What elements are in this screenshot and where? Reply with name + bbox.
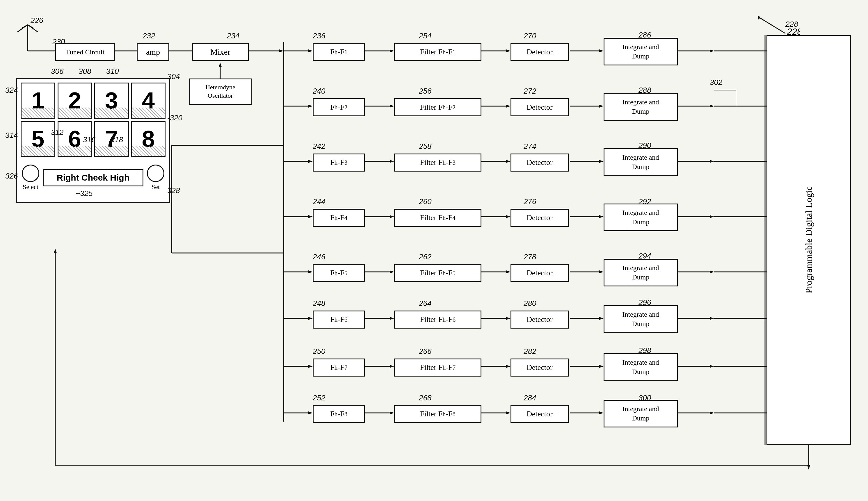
svg-marker-67 xyxy=(390,317,394,320)
svg-marker-69 xyxy=(506,317,510,320)
svg-marker-63 xyxy=(710,270,714,273)
ch7-filter-in: Fh-F7 xyxy=(313,359,365,376)
key-2[interactable]: 2 xyxy=(57,83,92,119)
svg-marker-25 xyxy=(308,105,313,108)
ch4-filter: Filter Fh-F4 xyxy=(394,209,481,227)
svg-marker-41 xyxy=(599,160,604,163)
ch8-integrate: Integrate andDump xyxy=(604,400,678,427)
svg-marker-43 xyxy=(710,160,714,163)
ch4-detector: Detector xyxy=(510,209,569,227)
svg-marker-104 xyxy=(219,63,222,67)
svg-marker-35 xyxy=(308,160,313,163)
svg-marker-79 xyxy=(506,365,510,368)
svg-marker-53 xyxy=(710,215,714,218)
ref-304: 304 xyxy=(167,72,180,81)
key-1[interactable]: 1 xyxy=(21,83,55,119)
svg-line-1 xyxy=(18,25,28,32)
diagram: 226 Tuned Circuit 230 amp 232 Mixer 234 … xyxy=(0,0,868,501)
svg-marker-57 xyxy=(390,270,394,273)
svg-marker-33 xyxy=(710,105,714,108)
ch3-filter: Filter Fh-F3 xyxy=(394,153,481,172)
ch1-detector: Detector xyxy=(510,43,569,61)
svg-marker-19 xyxy=(506,50,510,52)
antenna-ref: 226 xyxy=(31,16,43,25)
key-4[interactable]: 4 xyxy=(131,83,166,119)
ch6-integrate: Integrate andDump xyxy=(604,305,678,333)
svg-marker-47 xyxy=(390,215,394,218)
svg-marker-15 xyxy=(308,50,313,52)
het-osc-block: HeterodyneOscillator xyxy=(189,78,252,105)
ref-328: 328 xyxy=(167,186,180,195)
ch3-detector: Detector xyxy=(510,153,569,172)
svg-marker-91 xyxy=(599,412,604,414)
svg-marker-87 xyxy=(390,412,394,414)
svg-line-2 xyxy=(28,25,38,32)
ch6-detector: Detector xyxy=(510,311,569,329)
ref-314: 314 xyxy=(5,131,18,140)
svg-marker-111 xyxy=(807,465,810,470)
select-label: Select xyxy=(23,183,39,191)
ch2-detector: Detector xyxy=(510,98,569,116)
ch8-filter: Filter Fh-F8 xyxy=(394,405,481,423)
svg-line-4 xyxy=(28,25,33,28)
tuned-circuit-ref: 230 xyxy=(52,37,65,46)
ch4-integrate: Integrate andDump xyxy=(604,204,678,231)
ch7-detector: Detector xyxy=(510,359,569,376)
svg-marker-29 xyxy=(506,105,510,108)
svg-marker-65 xyxy=(308,317,313,320)
ref-310: 310 xyxy=(106,67,119,76)
ch2-filter-in: Fh-F2 xyxy=(313,98,365,116)
ch8-filter-in: Fh-F8 xyxy=(313,405,365,423)
svg-marker-59 xyxy=(506,270,510,273)
ch3-integrate: Integrate andDump xyxy=(604,148,678,176)
ch4-filter-in: Fh-F4 xyxy=(313,209,365,227)
ch2-filter: Filter Fh-F2 xyxy=(394,98,481,116)
key-5[interactable]: 5 xyxy=(21,121,55,157)
ref-320: -320 xyxy=(167,114,182,122)
select-button[interactable] xyxy=(22,164,39,182)
ch5-detector: Detector xyxy=(510,264,569,282)
svg-marker-21 xyxy=(599,50,604,52)
svg-marker-49 xyxy=(506,215,510,218)
ch8-detector: Detector xyxy=(510,405,569,423)
ref-312: 312 xyxy=(51,128,63,137)
ref-326: 326 xyxy=(5,172,18,181)
svg-marker-75 xyxy=(308,365,313,368)
svg-marker-37 xyxy=(390,160,394,163)
mixer-block: Mixer xyxy=(192,43,249,61)
ch6-filter-in: Fh-F6 xyxy=(313,311,365,329)
ch3-filter-in: Fh-F3 xyxy=(313,153,365,172)
svg-marker-23 xyxy=(710,50,714,52)
ch6-filter: Filter Fh-F6 xyxy=(394,311,481,329)
amp-block: amp xyxy=(137,43,169,61)
ch7-filter: Filter Fh-F7 xyxy=(394,359,481,376)
svg-marker-27 xyxy=(390,105,394,108)
circuit-lines xyxy=(0,0,868,501)
ref-324: 324 xyxy=(5,86,18,95)
ref-316: 316 xyxy=(83,135,95,144)
ref-228-arrow: 228 xyxy=(742,14,800,38)
key-8[interactable]: 8 xyxy=(131,121,166,157)
svg-marker-12 xyxy=(279,50,284,52)
svg-marker-61 xyxy=(599,270,604,273)
ch5-filter-in: Fh-F5 xyxy=(313,264,365,282)
ch5-integrate: Integrate andDump xyxy=(604,259,678,286)
svg-line-3 xyxy=(22,25,28,28)
ch5-filter: Filter Fh-F5 xyxy=(394,264,481,282)
amp-ref: 232 xyxy=(142,31,155,40)
ref-325: ~325 xyxy=(76,189,93,198)
svg-marker-85 xyxy=(308,412,313,414)
key-3[interactable]: 3 xyxy=(94,83,129,119)
svg-marker-81 xyxy=(599,365,604,368)
set-button[interactable] xyxy=(147,164,165,182)
ch1-integrate: Integrate andDump xyxy=(604,38,678,65)
ref-318: 318 xyxy=(110,135,123,144)
ref-306: 306 xyxy=(51,67,63,76)
ch7-integrate: Integrate andDump xyxy=(604,353,678,381)
svg-marker-17 xyxy=(390,50,394,52)
ref-308: 308 xyxy=(78,67,91,76)
svg-text:228: 228 xyxy=(786,26,800,37)
svg-marker-93 xyxy=(710,412,714,414)
ch1-filter: Filter Fh-F1 xyxy=(394,43,481,61)
set-label: Set xyxy=(151,183,160,191)
